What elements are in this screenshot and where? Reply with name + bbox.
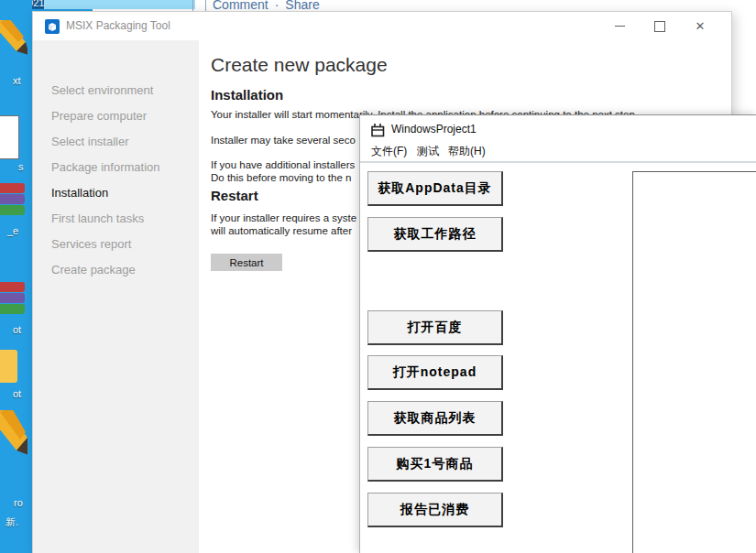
page-title: Create new package	[211, 54, 388, 76]
windowsproject1-window: WindowsProject1 文件(F) 测试 帮助(H) 获取AppData…	[359, 114, 756, 553]
sidebar-item-select-installer[interactable]: Select installer	[33, 129, 199, 155]
sidebar-item-installation[interactable]: Installation	[33, 180, 199, 206]
open-notepad-button[interactable]: 打开notepad	[367, 355, 503, 390]
menu-separator	[360, 161, 756, 163]
sidebar-item-package-information[interactable]: Package information	[33, 155, 199, 180]
menu-file[interactable]: 文件(F)	[371, 144, 407, 159]
menu-help[interactable]: 帮助(H)	[448, 144, 486, 159]
titlebar[interactable]: WindowsProject1	[360, 115, 756, 143]
screen: d-... 2021 Comment · Share xt s _e	[0, 0, 756, 553]
desktop-icon-label[interactable]: ro	[14, 497, 23, 508]
desktop-icon-label[interactable]: _e	[7, 225, 18, 236]
desktop-icon-label[interactable]: xt	[13, 75, 21, 86]
window-controls: ✕	[599, 12, 720, 40]
pencil-icon[interactable]	[0, 410, 27, 471]
minimize-button[interactable]	[599, 12, 640, 40]
desktop-icon-label[interactable]: 新.	[5, 515, 18, 529]
wizard-steps-sidebar: Select environment Prepare computer Sele…	[33, 40, 199, 553]
restart-button[interactable]: Restart	[211, 254, 282, 271]
get-product-list-button[interactable]: 获取商品列表	[367, 401, 503, 436]
stacked-disks-icon[interactable]	[0, 282, 25, 315]
sidebar-item-services-report[interactable]: Services report	[33, 232, 199, 257]
window-title: MSIX Packaging Tool	[66, 19, 170, 32]
sidebar-item-select-environment[interactable]: Select environment	[33, 78, 199, 103]
minimize-icon	[615, 26, 625, 27]
restart-heading: Restart	[211, 188, 258, 203]
titlebar[interactable]: MSIX Packaging Tool ✕	[33, 12, 731, 40]
maximize-button[interactable]	[640, 12, 680, 40]
buy-product-1-button[interactable]: 购买1号商品	[367, 447, 503, 482]
desktop-icon-label[interactable]: ot	[13, 388, 21, 399]
output-listbox[interactable]	[632, 171, 756, 553]
sidebar-item-create-package[interactable]: Create package	[33, 257, 199, 283]
document-icon[interactable]	[0, 115, 19, 159]
msix-app-icon	[45, 19, 60, 38]
sidebar-item-prepare-computer[interactable]: Prepare computer	[33, 103, 199, 129]
windowsproject-app-icon	[371, 124, 385, 141]
desktop-cyan-strip	[44, 0, 195, 9]
report-consumed-button[interactable]: 报告已消费	[367, 493, 503, 527]
window-title: WindowsProject1	[391, 123, 477, 136]
close-button[interactable]: ✕	[680, 12, 720, 40]
pencil-icon[interactable]	[0, 20, 27, 64]
desktop-icon-label[interactable]: s	[18, 161, 24, 172]
folder-icon[interactable]	[0, 350, 17, 383]
installation-heading: Installation	[211, 87, 283, 103]
get-appdata-dir-button[interactable]: 获取AppData目录	[367, 171, 503, 206]
desktop-edge: xt s _e ot ot ro 新.	[0, 0, 32, 553]
get-working-path-button[interactable]: 获取工作路径	[367, 217, 503, 252]
maximize-icon	[654, 21, 665, 32]
sidebar-item-first-launch-tasks[interactable]: First launch tasks	[33, 206, 199, 232]
menu-test[interactable]: 测试	[417, 144, 439, 159]
open-baidu-button[interactable]: 打开百度	[367, 310, 503, 345]
stacked-disks-icon[interactable]	[0, 183, 25, 216]
desktop-icon-label[interactable]: ot	[13, 324, 21, 335]
